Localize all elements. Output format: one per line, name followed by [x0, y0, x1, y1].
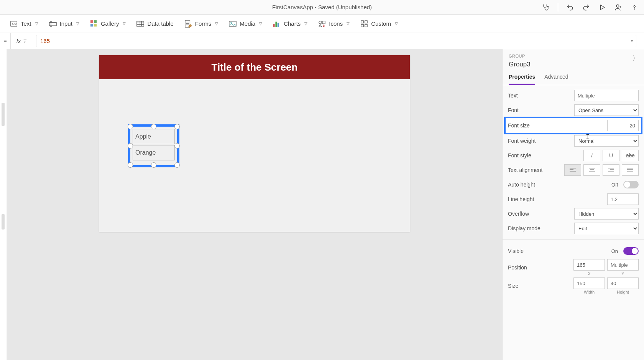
- formula-expand-button[interactable]: ▾: [631, 39, 633, 43]
- align-left-button[interactable]: [564, 164, 581, 176]
- app-title: FirstCanvasApp - Saved (Unpublished): [272, 4, 372, 10]
- svg-rect-31: [365, 20, 367, 23]
- font-size-input[interactable]: [607, 120, 639, 131]
- size-height-input[interactable]: [607, 277, 639, 289]
- gutter-handle[interactable]: [2, 103, 5, 126]
- chevron-right-icon[interactable]: 〉: [632, 54, 639, 63]
- underline-button[interactable]: U: [603, 150, 619, 161]
- line-height-input[interactable]: [607, 193, 639, 205]
- font-weight-select[interactable]: Normal: [574, 135, 639, 147]
- prop-label: Line height: [508, 196, 607, 202]
- screen-title-bar[interactable]: Title of the Screen: [99, 55, 410, 79]
- prop-label: Font size: [508, 122, 607, 129]
- ribbon-forms[interactable]: Forms▽: [184, 20, 219, 28]
- prop-line-height: Line height: [508, 192, 639, 206]
- panel-tabs: Properties Advanced: [503, 70, 644, 85]
- table-icon: [136, 20, 144, 28]
- formula-equals: =: [0, 33, 11, 49]
- redo-icon[interactable]: [582, 3, 590, 12]
- formula-fx-selector[interactable]: fx ▽: [11, 33, 32, 49]
- position-y-input[interactable]: [607, 259, 639, 271]
- svg-rect-26: [276, 21, 277, 27]
- tab-properties[interactable]: Properties: [509, 74, 535, 85]
- prop-label: Text alignment: [508, 167, 564, 173]
- resize-handle[interactable]: [174, 124, 180, 129]
- resize-handle[interactable]: [128, 162, 133, 168]
- input-icon: [49, 20, 57, 28]
- context-label: GROUP: [509, 54, 638, 58]
- svg-rect-33: [365, 24, 367, 26]
- align-right-button[interactable]: [603, 164, 619, 176]
- text-input[interactable]: [574, 90, 639, 101]
- ribbon-charts[interactable]: Charts▽: [273, 20, 307, 28]
- position-x-input[interactable]: [573, 259, 605, 271]
- ribbon-icons[interactable]: Icons▽: [318, 20, 350, 28]
- gutter-handle[interactable]: [2, 214, 5, 230]
- italic-button[interactable]: I: [583, 150, 600, 161]
- text-cursor-icon: 𝙸: [585, 133, 590, 141]
- prop-visible: Visible On: [508, 244, 639, 258]
- prop-label: Text: [508, 92, 574, 99]
- ribbon-input[interactable]: Input▽: [49, 20, 79, 28]
- svg-rect-13: [94, 24, 97, 26]
- strikethrough-button[interactable]: abc: [622, 150, 639, 161]
- resize-handle[interactable]: [174, 143, 180, 149]
- left-gutter: [0, 49, 7, 360]
- play-icon[interactable]: [598, 3, 606, 12]
- ribbon-text[interactable]: Abc Text▽: [10, 20, 38, 28]
- chevron-down-icon: ▽: [123, 21, 126, 26]
- font-select[interactable]: Open Sans: [574, 104, 639, 116]
- person-icon[interactable]: [614, 3, 623, 12]
- svg-text:Abc: Abc: [12, 22, 17, 26]
- visible-toggle[interactable]: [623, 247, 639, 255]
- help-icon[interactable]: [630, 3, 639, 12]
- resize-handle[interactable]: [128, 124, 133, 129]
- prop-font: Font Open Sans: [508, 103, 639, 117]
- align-justify-button[interactable]: [622, 164, 639, 176]
- properties-panel: GROUP Group3 〉 Properties Advanced Text …: [502, 49, 644, 360]
- prop-label: Font style: [508, 152, 583, 159]
- display-mode-select[interactable]: Edit: [574, 223, 639, 234]
- resize-handle[interactable]: [174, 162, 180, 168]
- design-canvas[interactable]: Title of the Screen Apple Orange: [99, 55, 410, 232]
- svg-point-24: [230, 22, 232, 23]
- svg-rect-30: [361, 20, 363, 23]
- ribbon-label: Gallery: [101, 20, 119, 27]
- prop-size: Size Width Height: [508, 277, 639, 295]
- align-center-button[interactable]: [583, 164, 600, 176]
- chevron-down-icon: ▽: [76, 21, 79, 26]
- ribbon-media[interactable]: Media▽: [229, 20, 262, 28]
- resize-handle[interactable]: [128, 143, 133, 149]
- svg-point-3: [634, 8, 634, 9]
- prop-label: Overflow: [508, 211, 574, 217]
- canvas-viewport[interactable]: Title of the Screen Apple Orange: [7, 49, 502, 360]
- ribbon-label: Data table: [147, 20, 173, 27]
- formula-input[interactable]: 165 ▾: [36, 35, 636, 47]
- forms-icon: [184, 20, 192, 28]
- resize-handle[interactable]: [151, 162, 156, 168]
- tab-advanced[interactable]: Advanced: [544, 74, 568, 85]
- properties-header: GROUP Group3 〉: [503, 49, 644, 70]
- charts-icon: [273, 20, 281, 28]
- overflow-select[interactable]: Hidden: [574, 208, 639, 220]
- size-width-input[interactable]: [573, 277, 605, 289]
- formula-value: 165: [40, 38, 50, 44]
- label-apple[interactable]: Apple: [133, 129, 175, 144]
- ribbon-custom[interactable]: Custom▽: [360, 20, 398, 28]
- axis-label: X: [588, 271, 590, 276]
- ribbon-data-table[interactable]: Data table: [136, 20, 173, 28]
- text-icon: Abc: [10, 20, 18, 28]
- auto-height-toggle[interactable]: [623, 181, 639, 188]
- undo-icon[interactable]: [566, 3, 574, 12]
- prop-text-alignment: Text alignment: [508, 163, 639, 177]
- prop-font-size: Font size: [505, 117, 642, 134]
- resize-handle[interactable]: [151, 124, 156, 129]
- chevron-down-icon: ▽: [23, 39, 26, 43]
- chevron-down-icon: ▽: [35, 21, 38, 26]
- svg-rect-25: [273, 24, 275, 27]
- ribbon-gallery[interactable]: Gallery▽: [90, 20, 126, 28]
- selected-group[interactable]: Apple Orange: [128, 124, 179, 167]
- label-orange[interactable]: Orange: [133, 145, 175, 160]
- prop-label: Font weight: [508, 138, 574, 144]
- stethoscope-icon[interactable]: [542, 3, 550, 12]
